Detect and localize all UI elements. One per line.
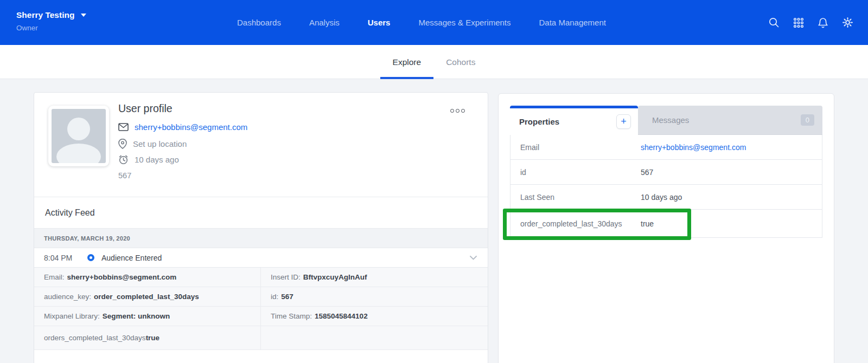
profile-email-link[interactable]: sherry+bobbins@segment.com (135, 122, 247, 132)
tab-cohorts-label: Cohorts (446, 57, 475, 67)
detail-label: Email: (44, 273, 65, 281)
workspace-role: Owner (16, 24, 86, 32)
user-profile-card: User profile sherry+bobbins@segment.com … (34, 92, 488, 363)
table-row-highlighted: order_completed_last_30days true (510, 210, 822, 238)
notifications-bell-icon[interactable] (817, 17, 829, 29)
tab-properties[interactable]: Properties + (510, 106, 638, 135)
properties-table: Email sherry+bobbins@segment.com id 567 … (510, 135, 822, 238)
property-key: Last Seen (520, 193, 641, 202)
users-sub-nav: Explore Cohorts (0, 45, 868, 79)
chevron-down-icon[interactable] (470, 256, 477, 260)
search-icon[interactable] (768, 17, 780, 29)
event-detail-cell: Email:sherry+bobbins@segment.com (34, 268, 261, 287)
profile-user-id: 567 (118, 171, 131, 180)
tab-properties-label: Properties (519, 117, 559, 126)
event-time: 8:04 PM (44, 254, 87, 262)
map-pin-icon (118, 139, 127, 149)
event-details-table: Email:sherry+bobbins@segment.com Insert … (34, 268, 488, 350)
profile-location-text[interactable]: Set up location (133, 139, 187, 148)
event-detail-cell (261, 326, 488, 350)
table-row: Last Seen 10 days ago (510, 185, 822, 210)
activity-event-row[interactable]: 8:04 PM Audience Entered (34, 248, 488, 268)
property-value: 567 (641, 168, 653, 177)
apps-grid-icon[interactable] (793, 17, 805, 29)
page-content: User profile sherry+bobbins@segment.com … (0, 79, 868, 363)
properties-tab-strip: Properties + Messages 0 (510, 106, 822, 135)
table-row: id 567 (510, 160, 822, 185)
avatar-placeholder-icon (52, 109, 106, 163)
detail-value: BftvpxcuyAgInAuf (303, 273, 367, 281)
detail-label: Time Stamp: (271, 312, 312, 320)
messages-count-badge: 0 (801, 114, 814, 126)
table-row: Email sherry+bobbins@segment.com (510, 135, 822, 160)
workspace-name: Sherry Testing (16, 10, 74, 20)
profile-last-seen-text: 10 days ago (135, 155, 179, 164)
detail-label: Mixpanel Library: (44, 312, 100, 320)
property-value-email-link[interactable]: sherry+bobbins@segment.com (641, 143, 746, 152)
detail-value: order_completed_last_30days (94, 293, 199, 301)
detail-value: 567 (281, 293, 293, 301)
property-value: 10 days ago (641, 193, 682, 202)
nav-item-dashboards[interactable]: Dashboards (237, 18, 281, 27)
alarm-clock-icon (118, 154, 129, 165)
detail-value: Segment: unknown (103, 312, 170, 320)
tab-explore-label: Explore (393, 57, 422, 67)
page-title: User profile (118, 102, 173, 115)
detail-label: audience_key: (44, 293, 91, 301)
event-detail-cell: orders_completed_last_30daystrue (34, 326, 261, 350)
activity-feed-title: Activity Feed (34, 197, 488, 229)
detail-label: orders_completed_last_30days (44, 334, 146, 342)
event-name: Audience Entered (101, 254, 162, 262)
event-detail-cell: Time Stamp:1585045844102 (261, 307, 488, 326)
property-key: Email (520, 143, 641, 152)
event-detail-cell: id:567 (261, 287, 488, 307)
profile-last-seen-row: 10 days ago (118, 154, 179, 165)
event-detail-cell: Mixpanel Library:Segment: unknown (34, 307, 261, 326)
event-detail-cell: audience_key:order_completed_last_30days (34, 287, 261, 307)
detail-label: Insert ID: (271, 273, 301, 281)
tab-explore[interactable]: Explore (380, 45, 434, 79)
add-property-button[interactable]: + (616, 114, 631, 129)
nav-item-analysis[interactable]: Analysis (309, 18, 340, 27)
tab-messages[interactable]: Messages 0 (638, 106, 822, 135)
profile-location-row: Set up location (118, 139, 187, 149)
tab-cohorts[interactable]: Cohorts (433, 45, 488, 79)
chevron-down-icon (81, 14, 86, 17)
activity-date-header: THURSDAY, MARCH 19, 2020 (34, 229, 488, 248)
envelope-icon (118, 123, 129, 131)
top-nav-icons (768, 0, 854, 45)
settings-gear-icon[interactable] (841, 16, 854, 29)
nav-item-data-management[interactable]: Data Management (539, 18, 606, 27)
property-key: order_completed_last_30days (520, 219, 641, 228)
detail-value: sherry+bobbins@segment.com (67, 273, 177, 281)
main-nav: Dashboards Analysis Users Messages & Exp… (237, 0, 606, 45)
detail-label: id: (271, 293, 278, 301)
properties-panel: Properties + Messages 0 Email sherry+bob… (498, 93, 834, 363)
tab-messages-label: Messages (652, 115, 689, 125)
top-nav: Sherry Testing Owner Dashboards Analysis… (0, 0, 868, 45)
nav-item-users[interactable]: Users (368, 18, 391, 27)
nav-item-messages-experiments[interactable]: Messages & Experiments (418, 18, 510, 27)
profile-email-row: sherry+bobbins@segment.com (118, 122, 247, 132)
workspace-switcher[interactable]: Sherry Testing Owner (16, 10, 86, 32)
detail-value: 1585045844102 (315, 312, 368, 320)
ellipsis-menu-icon[interactable] (450, 109, 465, 113)
profile-header: User profile sherry+bobbins@segment.com … (34, 93, 488, 197)
property-key: id (520, 168, 641, 177)
avatar (48, 106, 109, 166)
detail-value: true (146, 334, 160, 342)
event-detail-cell: Insert ID:BftvpxcuyAgInAuf (261, 268, 488, 287)
audience-event-icon (87, 254, 94, 261)
property-value: true (641, 219, 654, 228)
